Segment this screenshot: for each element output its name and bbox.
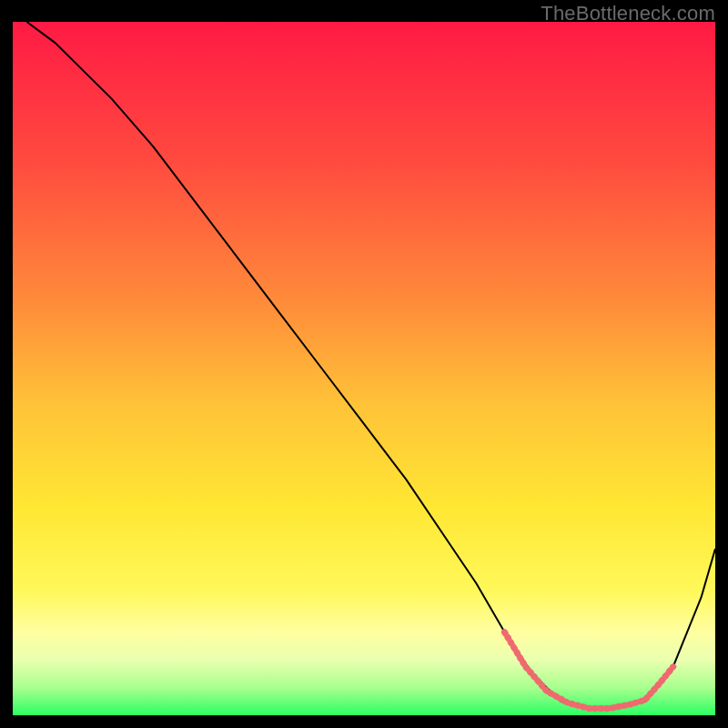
gradient-background (13, 22, 715, 715)
chart-frame: TheBottleneck.com (0, 0, 728, 728)
plot-area (13, 22, 715, 715)
chart-svg (13, 22, 715, 715)
